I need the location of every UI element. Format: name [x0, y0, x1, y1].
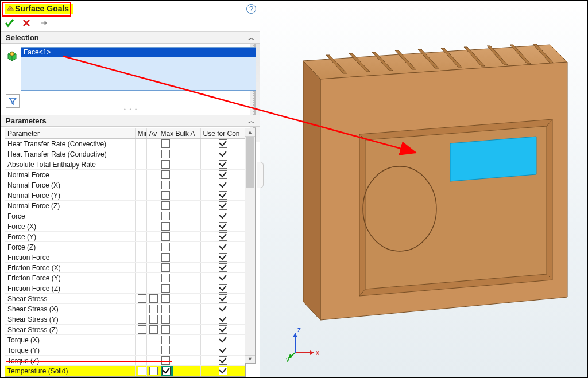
checkbox-max[interactable] — [158, 221, 173, 232]
scroll-down-icon[interactable]: ▼ — [245, 355, 255, 363]
checkbox-max[interactable] — [158, 201, 173, 211]
parameter-row[interactable]: Torque (X) — [5, 335, 245, 345]
checkbox-av[interactable] — [146, 335, 158, 345]
checkbox-min[interactable] — [135, 335, 146, 345]
checkbox-av[interactable] — [146, 377, 158, 377]
checkbox-min[interactable] — [135, 377, 146, 377]
checkbox-av[interactable] — [146, 314, 158, 325]
parameter-row[interactable]: Normal Force — [5, 170, 245, 180]
checkbox-use[interactable] — [200, 180, 245, 190]
checkbox-max[interactable] — [158, 232, 173, 242]
checkbox-use[interactable] — [200, 314, 245, 325]
checkbox-av[interactable] — [146, 304, 158, 314]
checkbox-min[interactable] — [135, 211, 146, 221]
checkbox-min[interactable] — [135, 221, 146, 232]
checkbox-av[interactable] — [146, 273, 158, 283]
checkbox-min[interactable] — [135, 242, 146, 252]
checkbox-min[interactable] — [135, 263, 146, 273]
checkbox-bulk[interactable] — [173, 159, 200, 170]
parameter-row[interactable]: Normal Force (Y) — [5, 190, 245, 201]
checkbox-use[interactable] — [200, 139, 245, 149]
checkbox-min[interactable] — [135, 345, 146, 356]
checkbox-min[interactable] — [135, 190, 146, 201]
parameter-row[interactable]: Overheat above Melting Temperature — [5, 377, 245, 377]
checkbox-use[interactable] — [200, 356, 245, 366]
checkbox-bulk[interactable] — [173, 190, 200, 201]
checkbox-max[interactable] — [158, 304, 173, 314]
checkbox-min[interactable] — [135, 325, 146, 335]
checkbox-use[interactable] — [200, 252, 245, 263]
checkbox-use[interactable] — [200, 211, 245, 221]
checkbox-av[interactable] — [146, 242, 158, 252]
selected-face[interactable] — [450, 137, 536, 181]
checkbox-bulk[interactable] — [173, 242, 200, 252]
checkbox-max[interactable] — [158, 366, 173, 377]
col-max[interactable]: Max — [158, 128, 173, 139]
checkbox-bulk[interactable] — [173, 335, 200, 345]
checkbox-min[interactable] — [135, 366, 146, 377]
checkbox-use[interactable] — [200, 232, 245, 242]
checkbox-bulk[interactable] — [173, 294, 200, 304]
checkbox-use[interactable] — [200, 366, 245, 377]
checkbox-use[interactable] — [200, 159, 245, 170]
checkbox-bulk[interactable] — [173, 345, 200, 356]
parameter-row[interactable]: Shear Stress — [5, 294, 245, 304]
parameter-row[interactable]: Normal Force (Z) — [5, 201, 245, 211]
checkbox-av[interactable] — [146, 345, 158, 356]
selection-list[interactable]: Face<1> — [21, 47, 256, 91]
parameter-row[interactable]: Force (X) — [5, 221, 245, 232]
parameter-row[interactable]: Heat Transfer Rate (Convective) — [5, 139, 245, 149]
checkbox-min[interactable] — [135, 159, 146, 170]
checkbox-max[interactable] — [158, 190, 173, 201]
checkbox-use[interactable] — [200, 149, 245, 159]
model-3d[interactable] — [279, 28, 568, 326]
checkbox-max[interactable] — [158, 149, 173, 159]
checkbox-min[interactable] — [135, 356, 146, 366]
checkbox-av[interactable] — [146, 294, 158, 304]
checkbox-bulk[interactable] — [173, 366, 200, 377]
checkbox-max[interactable] — [158, 252, 173, 263]
parameter-row[interactable]: Shear Stress (Z) — [5, 325, 245, 335]
checkbox-av[interactable] — [146, 325, 158, 335]
col-bulk[interactable]: Bulk A — [173, 128, 200, 139]
col-parameter[interactable]: Parameter — [5, 128, 135, 139]
parameter-row[interactable]: Friction Force (Z) — [5, 283, 245, 294]
checkbox-av[interactable] — [146, 139, 158, 149]
checkbox-bulk[interactable] — [173, 211, 200, 221]
checkbox-use[interactable] — [200, 283, 245, 294]
checkbox-bulk[interactable] — [173, 377, 200, 377]
checkbox-min[interactable] — [135, 232, 146, 242]
checkbox-av[interactable] — [146, 263, 158, 273]
checkbox-max[interactable] — [158, 170, 173, 180]
panel-expand-tab[interactable] — [257, 162, 264, 188]
checkbox-av[interactable] — [146, 232, 158, 242]
col-av[interactable]: Av — [146, 128, 158, 139]
checkbox-max[interactable] — [158, 263, 173, 273]
parameter-row[interactable]: Temperature (Solid) — [5, 366, 245, 377]
checkbox-av[interactable] — [146, 211, 158, 221]
scroll-up-icon[interactable]: ▲ — [245, 128, 255, 137]
checkbox-use[interactable] — [200, 304, 245, 314]
checkbox-min[interactable] — [135, 170, 146, 180]
checkbox-use[interactable] — [200, 190, 245, 201]
checkbox-bulk[interactable] — [173, 314, 200, 325]
checkbox-av[interactable] — [146, 366, 158, 377]
checkbox-av[interactable] — [146, 201, 158, 211]
checkbox-max[interactable] — [158, 159, 173, 170]
parameter-row[interactable]: Torque (Y) — [5, 345, 245, 356]
checkbox-min[interactable] — [135, 252, 146, 263]
parameter-row[interactable]: Friction Force (Y) — [5, 273, 245, 283]
checkbox-min[interactable] — [135, 314, 146, 325]
parameter-row[interactable]: Absolute Total Enthalpy Rate — [5, 159, 245, 170]
checkbox-av[interactable] — [146, 149, 158, 159]
view-triad[interactable]: x z y — [286, 322, 326, 362]
ok-button[interactable] — [5, 18, 14, 28]
checkbox-max[interactable] — [158, 211, 173, 221]
checkbox-max[interactable] — [158, 314, 173, 325]
parameter-row[interactable]: Force (Z) — [5, 242, 245, 252]
parameter-row[interactable]: Heat Transfer Rate (Conductive) — [5, 149, 245, 159]
selection-item[interactable]: Face<1> — [21, 48, 256, 57]
parameter-row[interactable]: Shear Stress (Y) — [5, 314, 245, 325]
resize-grip-icon[interactable]: • • • — [6, 107, 256, 112]
scroll-thumb[interactable] — [246, 137, 254, 188]
